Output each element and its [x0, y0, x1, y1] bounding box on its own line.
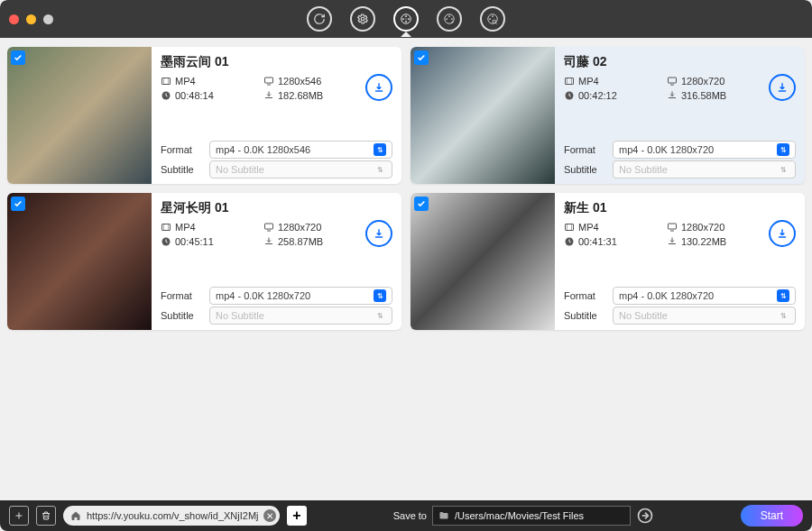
subtitle-select[interactable]: No Subtitle⇅: [209, 160, 392, 179]
resolution: 1280x546: [278, 76, 321, 87]
download-button[interactable]: [365, 220, 392, 247]
resolution: 1280x720: [681, 76, 724, 87]
video-thumbnail[interactable]: [411, 193, 555, 330]
svg-point-14: [489, 18, 491, 20]
video-grid: 墨雨云间 01 MP4 1280x546 00:48:14 182.68MB F…: [0, 38, 812, 500]
movies-icon[interactable]: [393, 6, 419, 32]
url-text: https://v.youku.com/v_show/id_XNjI2MjcyM…: [87, 510, 258, 521]
format-select[interactable]: mp4 - 0.0K 1280x720⇅: [613, 141, 796, 159]
home-icon: [70, 510, 81, 521]
svg-rect-29: [162, 224, 171, 231]
selection-checkbox[interactable]: [11, 50, 25, 65]
format-label: Format: [161, 144, 202, 155]
clock-icon: [161, 236, 171, 247]
video-title: 新生 01: [564, 200, 796, 216]
video-thumbnail[interactable]: [411, 47, 555, 184]
video-thumbnail[interactable]: [7, 47, 152, 184]
video-meta: 星河长明 01 MP4 1280x720 00:45:11 258.87MB F…: [152, 193, 401, 330]
settings-icon[interactable]: [350, 6, 375, 32]
save-path-input[interactable]: /Users/mac/Movies/Test Files: [432, 506, 631, 526]
download-button[interactable]: [769, 74, 796, 101]
video-card[interactable]: 墨雨云间 01 MP4 1280x546 00:48:14 182.68MB F…: [7, 47, 401, 184]
download-button[interactable]: [769, 220, 796, 247]
search-movie-icon[interactable]: [480, 6, 505, 32]
format-label: Format: [161, 290, 202, 301]
svg-rect-35: [566, 224, 574, 231]
add-task-icon[interactable]: [9, 506, 29, 526]
svg-point-5: [408, 18, 410, 20]
zoom-window-button[interactable]: [43, 14, 53, 24]
duration: 00:45:11: [175, 236, 214, 247]
selection-checkbox[interactable]: [414, 197, 429, 211]
subtitle-select[interactable]: No Subtitle⇅: [209, 307, 392, 325]
save-to-label: Save to: [393, 510, 427, 521]
svg-point-2: [405, 15, 407, 17]
close-window-button[interactable]: [9, 14, 19, 24]
start-button[interactable]: Start: [741, 505, 803, 526]
video-title: 司藤 02: [564, 54, 796, 70]
duration: 00:41:31: [578, 236, 617, 247]
chevron-updown-icon: ⇅: [777, 163, 789, 176]
subtitle-select[interactable]: No Subtitle⇅: [613, 307, 796, 325]
video-meta: 新生 01 MP4 1280x720 00:41:31 130.22MB For…: [555, 193, 805, 330]
svg-rect-38: [669, 224, 677, 229]
video-card[interactable]: 新生 01 MP4 1280x720 00:41:31 130.22MB For…: [411, 193, 805, 330]
svg-point-4: [402, 18, 404, 20]
video-card[interactable]: 星河长明 01 MP4 1280x720 00:45:11 258.87MB F…: [7, 193, 401, 330]
svg-point-0: [361, 17, 364, 21]
monitor-icon: [667, 222, 678, 233]
monitor-icon: [263, 222, 274, 233]
filesize: 182.68MB: [278, 90, 323, 101]
window-controls: [9, 14, 53, 24]
video-title: 墨雨云间 01: [161, 54, 392, 70]
download-size-icon: [263, 236, 274, 247]
subtitle-label: Subtitle: [161, 310, 202, 321]
format-select[interactable]: mp4 - 0.0K 1280x720⇅: [613, 287, 796, 305]
download-button[interactable]: [365, 74, 392, 101]
svg-point-8: [448, 15, 450, 17]
subtitle-select[interactable]: No Subtitle⇅: [613, 160, 796, 179]
add-movie-icon[interactable]: +: [437, 6, 462, 32]
download-size-icon: [667, 90, 678, 101]
resolution: 1280x720: [681, 222, 724, 233]
svg-point-13: [492, 15, 494, 17]
toolbar: +: [307, 6, 505, 32]
clock-icon: [161, 90, 171, 101]
chevron-updown-icon: ⇅: [374, 309, 386, 322]
format-select[interactable]: mp4 - 0.0K 1280x546⇅: [209, 141, 392, 159]
url-input[interactable]: https://v.youku.com/v_show/id_XNjI2MjcyM…: [63, 506, 280, 526]
selection-checkbox[interactable]: [11, 197, 25, 211]
subtitle-label: Subtitle: [564, 310, 605, 321]
chevron-updown-icon: ⇅: [777, 289, 789, 302]
save-path-text: /Users/mac/Movies/Test Files: [455, 510, 584, 521]
trash-icon[interactable]: [36, 506, 56, 526]
duration: 00:42:12: [578, 90, 617, 101]
refresh-icon[interactable]: [307, 6, 332, 32]
video-meta: 墨雨云间 01 MP4 1280x546 00:48:14 182.68MB F…: [152, 47, 401, 184]
window-titlebar: +: [0, 0, 812, 38]
minimize-window-button[interactable]: [26, 14, 36, 24]
film-icon: [161, 76, 171, 87]
selection-checkbox[interactable]: [414, 50, 429, 65]
clock-icon: [564, 90, 575, 101]
clear-url-icon[interactable]: ✕: [263, 509, 276, 522]
svg-rect-26: [669, 78, 677, 83]
filesize: 316.58MB: [681, 90, 726, 101]
svg-point-3: [405, 21, 407, 23]
format-label: Format: [564, 144, 605, 155]
svg-point-9: [446, 18, 448, 20]
resolution: 1280x720: [278, 222, 321, 233]
svg-rect-23: [566, 78, 574, 85]
chevron-updown-icon: ⇅: [777, 143, 789, 156]
subtitle-label: Subtitle: [564, 164, 605, 175]
container-format: MP4: [578, 222, 599, 233]
video-thumbnail[interactable]: [7, 193, 152, 330]
add-url-button[interactable]: +: [287, 506, 307, 526]
duration: 00:48:14: [175, 90, 214, 101]
format-select[interactable]: mp4 - 0.0K 1280x720⇅: [209, 287, 392, 305]
svg-rect-17: [162, 78, 171, 85]
video-title: 星河长明 01: [161, 200, 392, 216]
video-card[interactable]: 司藤 02 MP4 1280x720 00:42:12 316.58MB For…: [411, 47, 805, 184]
open-folder-icon[interactable]: [636, 507, 654, 525]
svg-point-6: [405, 18, 406, 19]
